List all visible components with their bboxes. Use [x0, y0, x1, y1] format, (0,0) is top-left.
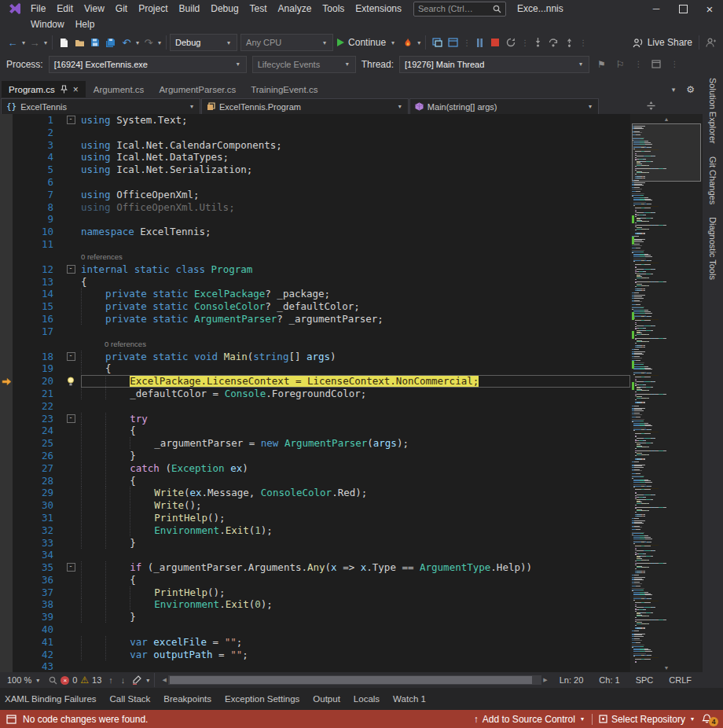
navigate-back-icon[interactable]: ←: [5, 34, 20, 51]
breakpoint-margin[interactable]: [0, 375, 13, 388]
horizontal-scrollbar[interactable]: ◀ ▶: [160, 675, 549, 685]
menu-build[interactable]: Build: [174, 2, 206, 16]
breakpoint-margin[interactable]: [0, 325, 13, 338]
search-box[interactable]: Search (Ctrl…: [413, 2, 506, 17]
scroll-up-icon[interactable]: ▲: [630, 114, 703, 123]
breakpoint-margin[interactable]: [0, 462, 13, 475]
tab-program-cs[interactable]: Program.cs×: [2, 81, 86, 97]
code-text[interactable]: {: [81, 362, 630, 375]
debug-target-dropdown[interactable]: Debug ▾: [170, 34, 237, 51]
scroll-down-icon[interactable]: ▼: [630, 663, 703, 672]
breakpoint-margin[interactable]: [0, 425, 13, 437]
step-into-icon[interactable]: [530, 34, 545, 51]
panel-tab-exception-settings[interactable]: Exception Settings: [225, 694, 299, 704]
breakpoint-margin[interactable]: [0, 127, 13, 139]
breakpoint-margin[interactable]: [0, 338, 13, 351]
code-text[interactable]: namespace ExcelTennis;: [81, 226, 630, 238]
codelens-text[interactable]: 0 references: [81, 338, 630, 351]
zoom-dropdown[interactable]: 100 % ▾: [3, 675, 45, 685]
side-tab-git-changes[interactable]: Git Changes: [708, 156, 717, 204]
breakpoint-margin[interactable]: [0, 586, 13, 599]
column-indicator[interactable]: Ch: 1: [591, 675, 627, 685]
menu-extensions[interactable]: Extensions: [350, 2, 407, 16]
code-text[interactable]: private static void Main(string[] args): [81, 351, 630, 363]
code-text[interactable]: [81, 213, 630, 226]
breakpoint-margin[interactable]: [0, 114, 13, 127]
code-text[interactable]: var excelFile = "";: [81, 636, 630, 649]
code-text[interactable]: if (_argumentParser.Arguments.Any(x => x…: [81, 561, 630, 574]
maximize-button[interactable]: [670, 0, 696, 17]
panel-tab-watch-1[interactable]: Watch 1: [393, 694, 426, 704]
code-text[interactable]: using Ical.Net.CalendarComponents;: [81, 139, 630, 152]
forward-dropdown-icon[interactable]: ▾: [42, 39, 49, 46]
binding-failures-icon[interactable]: [6, 715, 17, 724]
minimap[interactable]: [632, 123, 701, 663]
open-file-icon[interactable]: [72, 34, 87, 51]
member-dropdown[interactable]: Main(string[] args) ▾: [409, 98, 599, 115]
codelens-references[interactable]: 0 references: [81, 252, 123, 261]
hot-reload-dropdown-icon[interactable]: ▾: [416, 39, 422, 46]
line-ending-indicator[interactable]: CRLF: [661, 675, 699, 685]
save-icon[interactable]: [87, 34, 103, 51]
stop-debugging-icon[interactable]: [487, 34, 503, 51]
code-text[interactable]: _defaultColor = Console.ForegroundColor;: [81, 388, 630, 400]
codelens-references[interactable]: 0 references: [105, 340, 146, 348]
breakpoint-margin[interactable]: [0, 499, 13, 512]
code-text[interactable]: try: [81, 413, 630, 425]
add-to-source-control-button[interactable]: ↑ Add to Source Control ▾: [474, 714, 585, 725]
fold-collapse-icon[interactable]: -: [67, 116, 75, 124]
code-text[interactable]: [81, 127, 630, 139]
step-out-icon[interactable]: [561, 34, 577, 51]
scrollbar-thumb[interactable]: [170, 676, 532, 684]
code-changes-icon[interactable]: [429, 34, 445, 51]
code-text[interactable]: private static ArgumentParser? _argument…: [81, 313, 630, 325]
code-text[interactable]: [81, 176, 630, 189]
code-text[interactable]: ExcelPackage.LicenseContext = LicenseCon…: [81, 375, 630, 388]
minimap-viewport[interactable]: [632, 123, 701, 182]
code-text[interactable]: PrintHelp();: [81, 512, 630, 524]
menu-debug[interactable]: Debug: [205, 2, 244, 16]
pin-icon[interactable]: [61, 85, 68, 94]
previous-issue-icon[interactable]: ↑: [105, 675, 117, 685]
breakpoint-margin[interactable]: [0, 300, 13, 313]
breakpoint-margin[interactable]: [0, 276, 13, 289]
new-file-icon[interactable]: [56, 34, 72, 51]
scrollbar-track[interactable]: [168, 675, 542, 685]
menu-tools[interactable]: Tools: [317, 2, 350, 16]
code-text[interactable]: internal static class Program: [81, 263, 630, 276]
warning-icon[interactable]: ⚠: [80, 675, 89, 686]
code-lines[interactable]: 1-using System.Text;23using Ical.Net.Cal…: [0, 114, 630, 672]
code-text[interactable]: {: [81, 425, 630, 437]
code-text[interactable]: [81, 238, 630, 251]
side-tab-solution-explorer[interactable]: Solution Explorer: [708, 78, 717, 144]
thread-dropdown[interactable]: [19276] Main Thread ▾: [399, 56, 589, 73]
code-text[interactable]: {: [81, 276, 630, 289]
breakpoint-margin[interactable]: [0, 176, 13, 189]
breakpoint-margin[interactable]: [0, 388, 13, 400]
redo-icon[interactable]: ↷: [141, 34, 156, 51]
restart-icon[interactable]: [503, 34, 519, 51]
breakpoint-margin[interactable]: [0, 549, 13, 561]
panel-tab-locals[interactable]: Locals: [354, 694, 380, 704]
break-all-icon[interactable]: [472, 34, 487, 51]
breakpoint-margin[interactable]: [0, 288, 13, 300]
panel-tab-xaml-binding-failures[interactable]: XAML Binding Failures: [5, 694, 97, 704]
suppress-icon[interactable]: [649, 60, 663, 68]
breakpoint-margin[interactable]: [0, 139, 13, 152]
panel-tab-output[interactable]: Output: [313, 694, 340, 704]
scroll-left-icon[interactable]: ◀: [160, 677, 167, 683]
minimize-button[interactable]: ─: [643, 0, 670, 17]
breakpoint-margin[interactable]: [0, 487, 13, 499]
navigate-forward-icon[interactable]: →: [27, 34, 42, 51]
menu-edit[interactable]: Edit: [51, 2, 79, 16]
active-files-dropdown-icon[interactable]: ▾: [670, 86, 677, 94]
breakpoint-margin[interactable]: [0, 611, 13, 623]
breakpoint-margin[interactable]: [0, 537, 13, 550]
menu-project[interactable]: Project: [133, 2, 173, 16]
panel-tab-call-stack[interactable]: Call Stack: [110, 694, 151, 704]
scroll-right-icon[interactable]: ▶: [541, 677, 549, 683]
unflag-thread-icon[interactable]: ⚐: [614, 59, 627, 70]
breakpoint-margin[interactable]: [0, 226, 13, 238]
code-text[interactable]: [81, 660, 630, 672]
menu-file[interactable]: File: [25, 2, 51, 16]
